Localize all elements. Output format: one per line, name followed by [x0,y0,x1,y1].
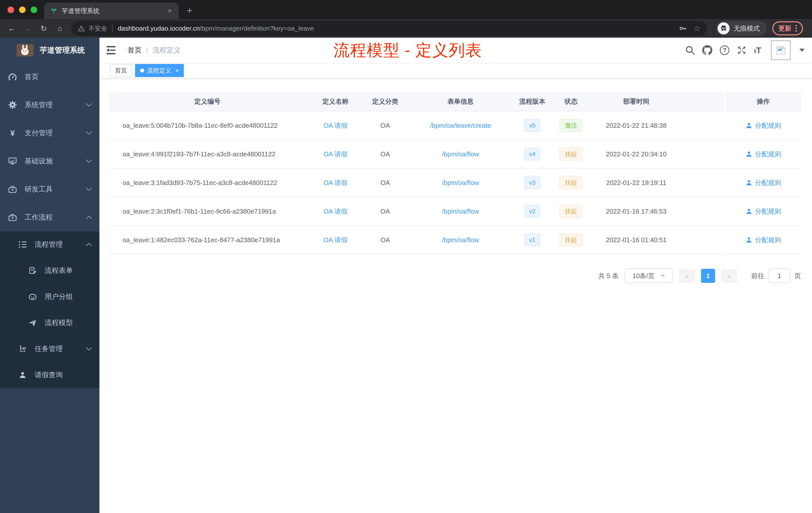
sidebar-item-user-group[interactable]: 用户分组 [0,283,99,310]
definition-name-link[interactable]: OA 请假 [323,236,347,244]
key-icon[interactable] [679,24,687,32]
definition-name-link[interactable]: OA 请假 [323,150,347,159]
breadcrumb-home[interactable]: 首页 [127,46,142,55]
url-path: /bpm/manager/definition?key=oa_leave [200,25,314,32]
definition-category: OA [366,169,405,197]
page-content: 定义编号 定义名称 定义分类 表单信息 流程版本 状态 部署时间 操作 oa_l… [99,79,812,513]
sidebar-item-system[interactable]: 系统管理 [0,91,99,119]
sidebar-item-workflow[interactable]: 工作流程 [0,203,99,232]
flow-tree-icon [18,345,28,353]
deploy-time: 2022-01-22 21:48:38 [593,112,679,140]
active-dot [140,68,144,72]
column-header: 状态 [548,92,593,112]
version-badge: v4 [524,148,540,161]
fullscreen-icon[interactable] [737,46,747,55]
assign-rule-button[interactable]: 分配规则 [746,236,781,244]
sidebar-item-home[interactable]: 首页 [0,63,99,91]
status-badge: 挂起 [559,205,582,218]
version-badge: v5 [524,119,540,132]
zoom-window-button[interactable] [31,6,37,13]
top-navbar: 首页 / 流程定义 流程模型 - 定义列表 [99,38,812,63]
breadcrumb-current: 流程定义 [153,46,181,55]
help-icon[interactable]: ? [720,46,729,55]
back-icon[interactable]: ← [5,24,18,33]
tag-close-icon[interactable]: × [175,67,179,74]
status-badge: 挂起 [559,148,582,161]
page-size-value: 10条/页 [633,272,655,280]
vertical-dots-icon [795,25,797,32]
robot-icon [28,293,38,300]
browser-chrome: 芋道管理系统 × + ← → ↻ ⌂ 不安全 dashboard.yudao.i… [0,0,812,38]
assign-rule-button[interactable]: 分配规则 [746,121,781,130]
sidebar-item-label: 首页 [25,72,39,82]
font-size-icon[interactable]: tT [754,46,761,55]
sidebar-fold-icon[interactable] [107,46,116,55]
gear-icon [7,101,18,109]
sidebar-item-payment[interactable]: ¥ 支付管理 [0,119,99,147]
browser-tab[interactable]: 芋道管理系统 × [44,2,179,19]
chevron-down-icon [86,187,92,191]
sidebar-item-task-management[interactable]: 任务管理 [0,336,99,362]
sidebar-item-devtools[interactable]: 研发工具 [0,175,99,203]
status-badge: 挂起 [559,176,582,189]
assign-rule-button[interactable]: 分配规则 [746,207,781,216]
next-page-button[interactable]: › [721,269,737,283]
sidebar-item-leave-query[interactable]: 请假查询 [0,362,99,388]
reload-icon[interactable]: ↻ [37,24,50,33]
sidebar-logo[interactable]: 芋道管理系统 [0,38,99,63]
assign-rule-button[interactable]: 分配规则 [746,178,781,187]
chevron-up-icon [86,243,92,246]
sidebar-item-process-model[interactable]: 流程模型 [0,310,99,336]
home-icon[interactable]: ⌂ [53,24,66,33]
bookmark-star-icon[interactable]: ☆ [694,24,700,33]
forward-icon[interactable]: → [21,24,34,33]
definition-id: oa_leave:2:3c1f0ef1-76b1-11ec-9c66-a2380… [110,197,305,226]
sidebar-item-infrastructure[interactable]: 基础设施 [0,147,99,175]
update-button[interactable]: 更新 [772,21,803,35]
form-link[interactable]: /bpm/oa/leave/create [430,122,491,129]
search-icon[interactable] [685,46,695,55]
pagination: 共 5 条 10条/页 ‹ 1 › 前往 页 [110,269,801,283]
avatar[interactable] [771,40,791,60]
assign-rule-button[interactable]: 分配规则 [746,150,781,159]
close-window-button[interactable] [7,6,14,13]
url-separator [112,24,113,32]
tag-process-definition[interactable]: 流程定义 × [135,64,184,77]
address-bar[interactable]: 不安全 dashboard.yudao.iocoder.cn /bpm/mana… [71,21,707,36]
definition-category: OA [366,226,405,254]
tab-close-icon[interactable]: × [167,7,173,15]
definition-name-link[interactable]: OA 请假 [323,121,347,130]
column-header: 表单信息 [405,92,516,112]
security-warning-label[interactable]: 不安全 [88,24,107,33]
current-page-button[interactable]: 1 [701,269,715,283]
column-header-filler [679,92,724,112]
deploy-time: 2022-01-16 17:46:53 [593,197,679,226]
form-link[interactable]: /bpm/oa/flow [442,208,479,215]
breadcrumb-separator: / [146,46,148,54]
yen-icon: ¥ [7,128,18,138]
user-icon [746,236,753,243]
chevron-down-caret[interactable] [800,49,805,52]
definition-name-link[interactable]: OA 请假 [323,178,347,187]
form-link[interactable]: /bpm/oa/flow [442,150,479,158]
definition-table: 定义编号 定义名称 定义分类 表单信息 流程版本 状态 部署时间 操作 oa_l… [110,92,801,254]
table-row: oa_leave:3:1fad3d93-7b75-11ec-a3c8-acde4… [110,169,801,197]
sidebar-item-process-form[interactable]: 流程表单 [0,258,99,283]
tag-home[interactable]: 首页 [110,64,132,77]
tab-strip: 芋道管理系统 × + [0,0,812,19]
goto-page-input[interactable] [768,269,790,283]
prev-page-button[interactable]: ‹ [679,269,695,283]
sidebar-item-process-management[interactable]: 流程管理 [0,232,99,258]
definition-name-link[interactable]: OA 请假 [323,207,347,216]
form-link[interactable]: /bpm/oa/flow [442,236,479,244]
new-tab-button[interactable]: + [187,5,192,16]
minimize-window-button[interactable] [19,6,26,13]
update-label: 更新 [778,24,791,33]
toolbox-icon [7,185,18,193]
sidebar-item-label: 请假查询 [35,370,63,380]
form-link[interactable]: /bpm/oa/flow [442,179,479,187]
column-header: 定义名称 [305,92,366,112]
sidebar-item-label: 基础设施 [25,156,53,166]
github-icon[interactable] [702,45,712,55]
page-size-select[interactable]: 10条/页 [625,269,673,283]
